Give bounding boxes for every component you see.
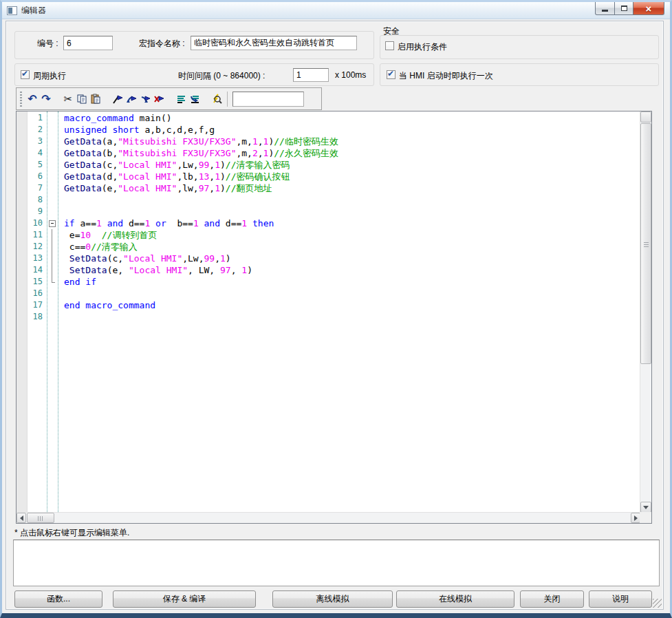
run-on-startup-checkbox[interactable] xyxy=(387,70,395,79)
fold-line xyxy=(47,264,58,276)
client-area: 编号 : 宏指令名称 : 安全 启用执行条件 周期执行 时间间隔 (0 ~ 86… xyxy=(2,19,670,613)
code-line: 5GetData(c,"Local HMI",Lw,99,1)//清零输入密码 xyxy=(17,159,640,171)
titlebar: 编辑器 xyxy=(2,2,670,19)
macro-name-input[interactable] xyxy=(191,36,357,50)
code-line: 15end if xyxy=(17,276,640,288)
goto-line-icon[interactable] xyxy=(174,92,188,106)
code-line: 8 xyxy=(17,194,640,206)
code-line: 17end macro_command xyxy=(17,299,640,311)
maximize-button[interactable] xyxy=(615,2,633,15)
scroll-down-button[interactable] xyxy=(640,502,651,513)
return-line-icon[interactable] xyxy=(188,92,202,106)
security-groupbox: 启用执行条件 xyxy=(380,35,659,59)
close-icon: × xyxy=(646,3,652,14)
editor-window: 编辑器 × 编号 : 宏指令名称 : 安全 启用执行条件 周期执行 时间间隔 (… xyxy=(0,0,672,618)
periodic-checkbox[interactable] xyxy=(21,70,30,79)
enable-condition-checkbox[interactable] xyxy=(385,41,394,50)
fold-line xyxy=(47,229,58,241)
toolbar: ↶ ↷ ✂ xyxy=(16,87,322,110)
toggle-bookmark-icon[interactable] xyxy=(111,92,124,106)
code-lines: 1macro_command main()2unsigned short a,b… xyxy=(17,112,640,323)
code-line: 1macro_command main() xyxy=(17,112,640,124)
next-bookmark-icon[interactable] xyxy=(124,92,138,106)
scroll-up-button[interactable] xyxy=(640,111,651,122)
code-line: 18 xyxy=(17,311,640,323)
enable-condition-label: 启用执行条件 xyxy=(398,41,447,53)
code-line: 10if a==1 and d==1 or b==1 and d==1 then xyxy=(17,217,640,229)
vertical-scroll-thumb[interactable] xyxy=(640,123,651,364)
code-line: 13 SetData(c,"Local HMI",Lw,99,1) xyxy=(17,253,640,264)
periodic-label: 周期执行 xyxy=(33,70,66,82)
paste-icon[interactable] xyxy=(89,92,102,106)
scroll-left-button[interactable] xyxy=(17,513,26,523)
run-on-startup-label: 当 HMI 启动时即执行一次 xyxy=(399,70,493,82)
close-button[interactable]: × xyxy=(633,2,664,15)
redo-icon[interactable]: ↷ xyxy=(39,92,53,106)
save-compile-button[interactable]: 保存 & 编译 xyxy=(113,590,256,608)
code-line: 16 xyxy=(17,288,640,299)
fold-line xyxy=(47,276,58,288)
clear-bookmarks-icon[interactable] xyxy=(152,92,166,106)
horizontal-scrollbar[interactable] xyxy=(17,512,640,523)
scrollbar-corner xyxy=(640,512,651,523)
fold-line xyxy=(47,253,58,264)
vertical-scrollbar[interactable] xyxy=(640,111,651,512)
online-sim-button[interactable]: 在线模拟 xyxy=(396,590,514,608)
minimize-icon xyxy=(602,10,608,12)
code-line: 2unsigned short a,b,c,d,e,f,g xyxy=(17,124,640,136)
interval-label: 时间间隔 (0 ~ 864000) : xyxy=(178,70,265,82)
find-input[interactable] xyxy=(232,92,304,107)
message-area[interactable] xyxy=(13,540,660,586)
toolbar-separator xyxy=(227,92,228,107)
fold-line xyxy=(47,241,58,253)
code-editor[interactable]: 1macro_command main()2unsigned short a,b… xyxy=(16,111,652,524)
macro-name-label: 宏指令名称 : xyxy=(139,38,185,50)
find-icon[interactable] xyxy=(210,92,224,106)
code-line: 12 c==0//清零输入 xyxy=(17,241,640,253)
code-line: 3GetData(a,"Mitsubishi FX3U/FX3G",m,1,1)… xyxy=(17,136,640,147)
code-line: 6GetData(d,"Local HMI",lb,13,1)//密码确认按钮 xyxy=(17,171,640,182)
functions-button[interactable]: 函数... xyxy=(14,590,102,608)
undo-icon[interactable]: ↶ xyxy=(25,92,39,106)
macro-id-label: 编号 : xyxy=(37,38,58,50)
edit-menu-hint: * 点击鼠标右键可显示编辑菜单. xyxy=(14,527,129,539)
code-line: 14 SetData(e, "Local HMI", LW, 97, 1) xyxy=(17,264,640,276)
app-icon xyxy=(7,6,17,15)
resize-grip[interactable] xyxy=(653,599,662,608)
code-line: 11 e=10 //调转到首页 xyxy=(17,229,640,241)
cut-icon[interactable]: ✂ xyxy=(61,92,75,106)
interval-unit-label: x 100ms xyxy=(335,70,366,80)
code-line: 4GetData(b,"Mitsubishi FX3U/FX3G",m,2,1)… xyxy=(17,147,640,159)
previous-bookmark-icon[interactable] xyxy=(138,92,152,106)
button-row: 函数... 保存 & 编译 离线模拟 在线模拟 关闭 说明 xyxy=(6,590,663,608)
macro-id-input[interactable] xyxy=(63,36,113,50)
periodic-groupbox: 周期执行 时间间隔 (0 ~ 864000) : x 100ms xyxy=(14,63,374,86)
close-dialog-button[interactable]: 关闭 xyxy=(520,590,584,608)
scroll-right-button[interactable] xyxy=(631,513,640,523)
window-title: 编辑器 xyxy=(21,5,46,17)
main-panel: 编号 : 宏指令名称 : 安全 启用执行条件 周期执行 时间间隔 (0 ~ 86… xyxy=(6,21,664,610)
toolbar-gripper[interactable] xyxy=(20,92,22,107)
minimize-button[interactable] xyxy=(595,2,615,15)
help-button[interactable]: 说明 xyxy=(589,590,652,608)
startup-groupbox: 当 HMI 启动时即执行一次 xyxy=(380,63,659,86)
interval-input[interactable] xyxy=(293,68,329,82)
horizontal-scroll-thumb[interactable] xyxy=(27,513,54,523)
offline-sim-button[interactable]: 离线模拟 xyxy=(272,590,393,608)
maximize-icon xyxy=(621,6,627,11)
code-line: 7GetData(e,"Local HMI",lw,97,1)//翻页地址 xyxy=(17,182,640,194)
code-line: 9 xyxy=(17,206,640,217)
copy-icon[interactable] xyxy=(75,92,89,106)
fold-toggle-icon[interactable] xyxy=(47,217,58,229)
code-view[interactable]: 1macro_command main()2unsigned short a,b… xyxy=(17,111,640,512)
